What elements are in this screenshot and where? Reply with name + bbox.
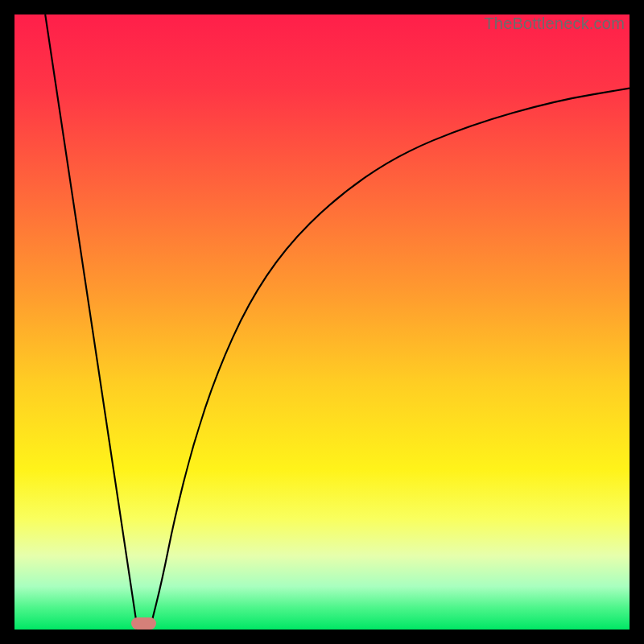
left-line xyxy=(45,14,138,630)
chart-frame: TheBottleneck.com xyxy=(0,0,644,644)
curve-layer xyxy=(14,14,630,630)
attribution-label: TheBottleneck.com xyxy=(484,14,625,33)
plot-area: TheBottleneck.com xyxy=(14,14,630,630)
right-curve xyxy=(150,89,630,630)
bottleneck-marker xyxy=(131,617,156,630)
